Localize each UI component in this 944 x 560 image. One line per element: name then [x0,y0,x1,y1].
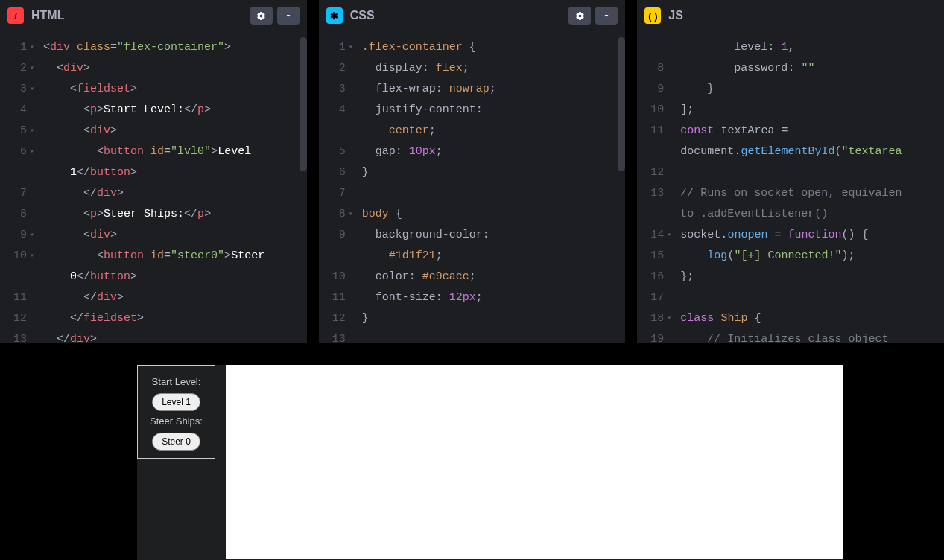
output-fieldset: Start Level: Level 1 Steer Ships: Steer … [137,365,215,459]
js-panel-title: JS [668,9,683,22]
css-gutter: 1▾2345678▾910111213 [319,31,352,343]
css-editor[interactable]: 1▾2345678▾910111213 .flex-container { di… [319,31,626,343]
js-editor[interactable]: 891011121314▾15161718▾19 level: 1, passw… [637,31,944,343]
html-scrollbar[interactable] [300,37,307,171]
js-panel: ( ) JS 891011121314▾15161718▾19 level: 1… [637,0,944,343]
html-expand-button[interactable] [277,7,300,25]
chevron-down-icon [284,11,293,20]
steer-button[interactable]: Steer 0 [152,433,200,451]
js-code[interactable]: level: 1, password: "" }];const textArea… [670,31,944,343]
css-panel-header: ✱ CSS [319,0,626,31]
html-panel-header: / HTML [0,0,307,31]
html-settings-button[interactable] [250,7,273,25]
css-scrollbar[interactable] [618,37,625,171]
output-frame: Start Level: Level 1 Steer Ships: Steer … [137,365,843,560]
output-canvas [226,365,843,559]
gear-icon [575,11,585,21]
js-badge-icon: ( ) [644,7,661,24]
html-panel: / HTML 1▾2▾3▾45▾6▾789▾10▾111213 <div cla… [0,0,307,343]
editor-panels: / HTML 1▾2▾3▾45▾6▾789▾10▾111213 <div cla… [0,0,944,343]
chevron-down-icon [602,11,611,20]
html-editor[interactable]: 1▾2▾3▾45▾6▾789▾10▾111213 <div class="fle… [0,31,307,343]
css-settings-button[interactable] [568,7,591,25]
js-panel-header: ( ) JS [637,0,944,31]
level-button[interactable]: Level 1 [152,393,200,411]
start-level-label: Start Level: [145,376,207,387]
html-code[interactable]: <div class="flex-container"> <div> <fiel… [33,31,307,343]
steer-ships-label: Steer Ships: [145,416,207,427]
css-code[interactable]: .flex-container { display: flex; flex-wr… [352,31,626,343]
css-expand-button[interactable] [595,7,618,25]
css-badge-icon: ✱ [326,7,343,24]
css-panel: ✱ CSS 1▾2345678▾910111213 .flex-containe… [319,0,626,343]
css-panel-title: CSS [350,9,375,22]
gear-icon [256,11,266,21]
html-gutter: 1▾2▾3▾45▾6▾789▾10▾111213 [0,31,33,343]
html-badge-icon: / [7,7,24,24]
output-area: Start Level: Level 1 Steer Ships: Steer … [0,343,944,560]
js-gutter: 891011121314▾15161718▾19 [637,31,670,343]
html-panel-title: HTML [31,9,64,22]
